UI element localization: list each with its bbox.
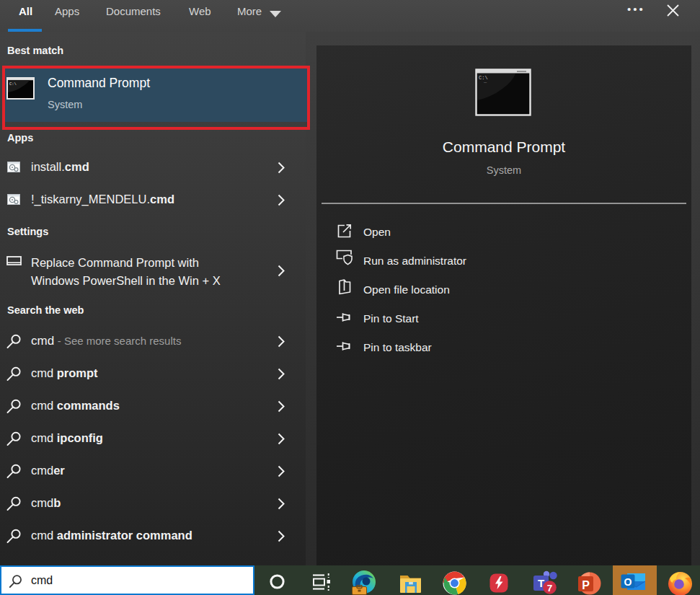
svg-text:7: 7	[547, 583, 553, 594]
svg-text:C:\: C:\	[9, 81, 17, 87]
svg-text:_: _	[483, 78, 487, 84]
svg-text:O: O	[624, 576, 632, 588]
svg-text:P: P	[582, 579, 590, 591]
